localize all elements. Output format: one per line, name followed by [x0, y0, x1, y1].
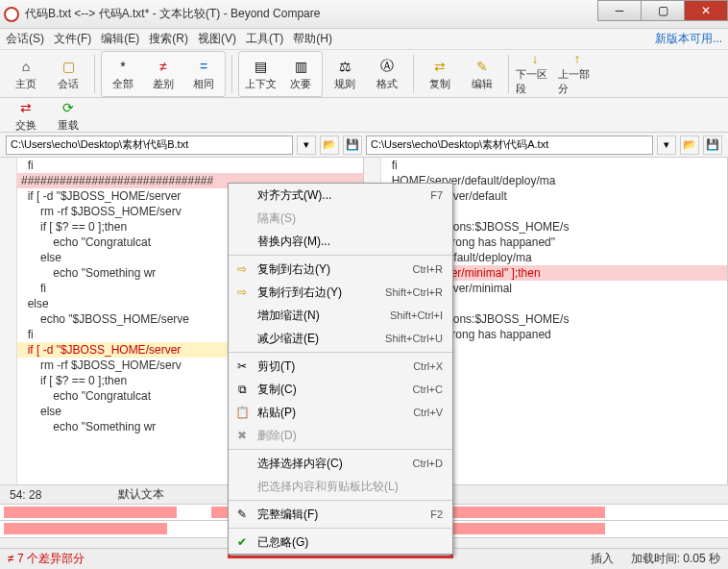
menu-label: 替换内容(M)... — [257, 234, 330, 250]
asterisk-icon: * — [113, 57, 133, 76]
prev-section-button[interactable]: ↑上一部分 — [557, 53, 597, 95]
right-open-button[interactable]: 📂 — [680, 136, 699, 155]
menu-icon: ✎ — [234, 507, 250, 521]
edit-button[interactable]: ✎编辑 — [462, 53, 502, 95]
menu-shortcut: Ctrl+X — [413, 360, 443, 372]
right-path-input[interactable] — [366, 136, 653, 155]
menu-item[interactable]: 减少缩进(E)Shift+Ctrl+U — [229, 327, 452, 350]
menu-view[interactable]: 视图(V) — [198, 31, 236, 47]
menu-item[interactable]: 替换内容(M)... — [229, 230, 452, 253]
next-section-button[interactable]: ↓下一区段 — [515, 53, 555, 95]
context-button[interactable]: ▤上下文 — [240, 53, 280, 95]
menu-shortcut: F7 — [430, 189, 443, 201]
menu-label: 复制(C) — [257, 382, 297, 398]
notequal-icon: ≠ — [154, 57, 173, 76]
path-row: ▾ 📂 💾 ▾ 📂 💾 — [0, 133, 728, 158]
menu-shortcut: Ctrl+C — [413, 383, 443, 395]
menu-shortcut: Ctrl+R — [413, 263, 443, 275]
titlebar: 代码B.txt <--> 代码A.txt* - 文本比较(T) - Beyond… — [0, 0, 728, 29]
menu-file[interactable]: 文件(F) — [54, 31, 91, 47]
context-menu: 对齐方式(W)...F7隔离(S)替换内容(M)...⇨复制到右边(Y)Ctrl… — [228, 183, 453, 555]
reload-button[interactable]: ⟳重载 — [48, 94, 88, 136]
minimize-button[interactable]: ─ — [597, 0, 642, 21]
separator — [94, 55, 95, 93]
filter-group: *全部 ≠差别 =相同 — [101, 51, 226, 97]
menu-search[interactable]: 搜索(R) — [149, 31, 188, 47]
app-icon — [4, 7, 19, 22]
menu-shortcut: F2 — [430, 508, 443, 520]
diff-button[interactable]: ≠差别 — [143, 53, 183, 95]
briefcase-icon: ▢ — [59, 57, 78, 76]
menu-tools[interactable]: 工具(T) — [246, 31, 283, 47]
menu-label: 剪切(T) — [257, 359, 295, 375]
home-button[interactable]: ⌂主页 — [6, 53, 46, 95]
menu-shortcut: Shift+Ctrl+U — [385, 333, 443, 344]
menu-item[interactable]: 对齐方式(W)...F7 — [229, 184, 452, 207]
right-save-button[interactable]: 💾 — [703, 136, 722, 155]
menu-shortcut: Shift+Ctrl+R — [385, 286, 443, 298]
menu-item[interactable]: ✂剪切(T)Ctrl+X — [229, 355, 452, 378]
menu-help[interactable]: 帮助(H) — [293, 31, 332, 47]
equal-icon: = — [194, 57, 213, 76]
format-icon: Ⓐ — [377, 57, 397, 76]
menu-item[interactable]: ✔已忽略(G) — [229, 531, 452, 554]
reload-icon: ⟳ — [59, 98, 78, 117]
new-version-link[interactable]: 新版本可用... — [655, 31, 722, 47]
copy-button[interactable]: ⇄复制 — [420, 53, 460, 95]
diff-count: ≠ 7 个差异部分 — [8, 551, 85, 567]
left-path-input[interactable] — [6, 136, 293, 155]
menu-icon: ⇨ — [234, 285, 250, 299]
context-group: ▤上下文 ▥次要 — [238, 51, 323, 97]
menu-item[interactable]: 增加缩进(N)Shift+Ctrl+I — [229, 304, 452, 327]
diff-chunk — [4, 507, 177, 518]
separator — [231, 55, 232, 93]
context-icon: ▤ — [251, 57, 270, 76]
pencil-icon: ✎ — [473, 57, 492, 76]
menu-item[interactable]: ⇨复制行到右边(Y)Shift+Ctrl+R — [229, 281, 452, 304]
code-line[interactable]: fi — [364, 158, 727, 173]
menu-icon: 📋 — [234, 406, 250, 419]
menu-shortcut: Ctrl+V — [413, 407, 443, 418]
menu-icon: ✔ — [234, 535, 250, 549]
load-time: 加载时间: 0.05 秒 — [631, 551, 720, 567]
menu-session[interactable]: 会话(S) — [6, 31, 44, 47]
menu-item: ✖删除(D) — [229, 424, 452, 447]
menu-item[interactable]: ✎完整编辑(F)F2 — [229, 503, 452, 526]
menu-item[interactable]: 选择选择内容(C)Ctrl+D — [229, 452, 452, 475]
maximize-button[interactable]: ▢ — [641, 0, 685, 21]
home-icon: ⌂ — [16, 57, 36, 76]
separator — [413, 55, 414, 93]
menu-label: 复制行到右边(Y) — [257, 284, 342, 301]
menu-label: 隔离(S) — [257, 210, 296, 227]
code-line[interactable]: fi — [0, 158, 363, 173]
menu-icon: ✂ — [234, 359, 250, 373]
close-button[interactable]: ✕ — [684, 0, 728, 21]
left-open-button[interactable]: 📂 — [320, 136, 339, 155]
same-button[interactable]: =相同 — [183, 53, 224, 95]
swap-button[interactable]: ⇄交换 — [6, 94, 46, 136]
toolbar-main: ⌂主页 ▢会话 *全部 ≠差别 =相同 ▤上下文 ▥次要 ⚖规则 Ⓐ格式 ⇄复制… — [0, 50, 728, 98]
toolbar-secondary: ⇄交换 ⟳重载 — [0, 98, 728, 133]
menu-item[interactable]: 📋粘贴(P)Ctrl+V — [229, 401, 452, 424]
menu-icon: ⇨ — [234, 262, 250, 276]
left-dropdown-button[interactable]: ▾ — [297, 136, 316, 155]
menu-edit[interactable]: 编辑(E) — [101, 31, 139, 47]
menu-item: 隔离(S) — [229, 207, 452, 230]
format-button[interactable]: Ⓐ格式 — [367, 53, 407, 95]
minor-button[interactable]: ▥次要 — [280, 53, 321, 95]
referee-icon: ⚖ — [335, 57, 354, 76]
separator — [508, 55, 509, 93]
menu-label: 对齐方式(W)... — [257, 187, 331, 204]
all-button[interactable]: *全部 — [103, 53, 143, 95]
copy-icon: ⇄ — [430, 57, 449, 76]
session-button[interactable]: ▢会话 — [48, 53, 88, 95]
menu-shortcut: Shift+Ctrl+I — [390, 309, 443, 321]
up-arrow-icon: ↑ — [568, 51, 587, 66]
menu-item[interactable]: ⧉复制(C)Ctrl+C — [229, 378, 452, 401]
menu-label: 把选择内容和剪贴板比较(L) — [257, 479, 399, 495]
menu-label: 复制到右边(Y) — [257, 261, 330, 278]
left-save-button[interactable]: 💾 — [343, 136, 362, 155]
right-dropdown-button[interactable]: ▾ — [657, 136, 676, 155]
menu-item[interactable]: ⇨复制到右边(Y)Ctrl+R — [229, 258, 452, 281]
rules-button[interactable]: ⚖规则 — [325, 53, 365, 95]
